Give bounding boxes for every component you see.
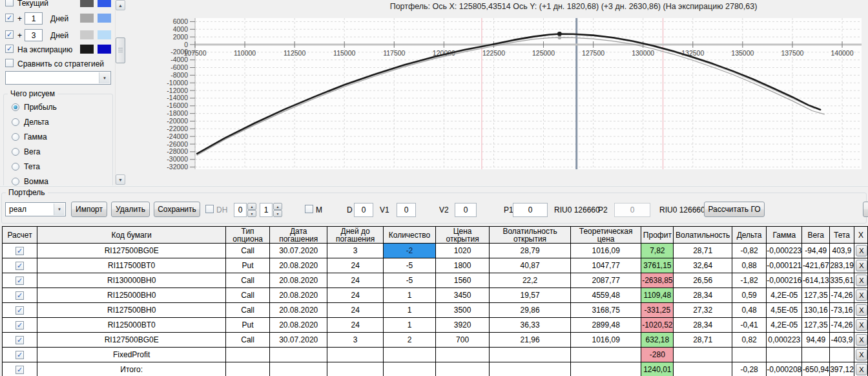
days-cell[interactable]: 24 bbox=[327, 273, 384, 288]
open-vol-cell[interactable]: 36,33 bbox=[490, 318, 571, 333]
open-vol-cell[interactable]: 21,96 bbox=[490, 333, 571, 348]
gamma-cell[interactable]: -0,000208 bbox=[767, 362, 802, 376]
code-cell[interactable]: RI125000BH0 bbox=[37, 288, 226, 303]
type-cell[interactable]: Put bbox=[226, 318, 270, 333]
gamma-cell[interactable]: 4,2E-05 bbox=[767, 288, 802, 303]
date-cell[interactable]: 20.08.2020 bbox=[270, 303, 327, 318]
type-cell[interactable]: Put bbox=[226, 258, 270, 273]
type-cell[interactable] bbox=[226, 362, 270, 376]
vega-cell[interactable]: 130,16 bbox=[802, 303, 830, 318]
days-cell[interactable]: 3 bbox=[327, 244, 384, 258]
vega-cell[interactable]: -614,13 bbox=[802, 273, 830, 288]
open-vol-cell[interactable]: 19,57 bbox=[490, 288, 571, 303]
delta-cell[interactable]: -0,28 bbox=[732, 362, 767, 376]
dh-spinner-1[interactable]: 0 ▲▼ bbox=[234, 203, 256, 217]
delta-cell[interactable]: -0,82 bbox=[732, 244, 767, 258]
row-delete-button[interactable]: Х bbox=[856, 289, 867, 301]
date-cell[interactable] bbox=[270, 362, 327, 376]
scroll-down-arrow-icon[interactable]: ▼ bbox=[116, 174, 125, 185]
radio-option-1[interactable]: Дельта bbox=[12, 117, 49, 129]
column-header[interactable]: Дельта bbox=[732, 227, 767, 244]
theor-price-cell[interactable]: 1016,09 bbox=[570, 333, 641, 348]
scrollbar-thumb[interactable] bbox=[116, 37, 125, 63]
delta-cell[interactable]: 0,88 bbox=[732, 258, 767, 273]
delta-cell[interactable]: -0,41 bbox=[732, 318, 767, 333]
type-cell[interactable]: Call bbox=[226, 288, 270, 303]
table-row[interactable]: Итого:1240,01-0,28-0,000208-650,94397,12… bbox=[3, 362, 868, 376]
row-calc-checkbox[interactable] bbox=[16, 306, 24, 315]
save-button[interactable]: Сохранить bbox=[154, 202, 200, 217]
date-cell[interactable]: 20.08.2020 bbox=[270, 273, 327, 288]
series-color-swatch[interactable] bbox=[80, 14, 94, 23]
table-row[interactable]: RI127500BG0ECall30.07.20203-2102028,7910… bbox=[3, 244, 868, 258]
series-color-swatch[interactable] bbox=[80, 45, 94, 54]
row-calc-checkbox[interactable] bbox=[16, 321, 24, 329]
theta-cell[interactable]: 403,9 bbox=[830, 244, 854, 258]
theta-cell[interactable]: -403,9 bbox=[830, 333, 854, 348]
delta-cell[interactable]: 0,59 bbox=[732, 288, 767, 303]
spinner1-value[interactable]: 0 bbox=[234, 203, 247, 217]
days-offset-input[interactable] bbox=[25, 12, 43, 25]
days-offset-input[interactable] bbox=[25, 29, 43, 41]
open-price-cell[interactable]: 1800 bbox=[436, 258, 490, 273]
delta-cell[interactable]: 0,48 bbox=[732, 303, 767, 318]
profit-cell[interactable]: -280 bbox=[641, 348, 674, 362]
cutoff-button[interactable] bbox=[863, 202, 868, 217]
open-price-cell[interactable]: 1020 bbox=[436, 244, 490, 258]
series-checkbox[interactable] bbox=[5, 59, 14, 67]
theta-cell[interactable] bbox=[830, 348, 854, 362]
chevron-down-icon[interactable]: ▼ bbox=[99, 72, 110, 83]
d-field[interactable]: 0 bbox=[354, 203, 373, 217]
theta-cell[interactable]: -74,26 bbox=[830, 288, 854, 303]
spinner-up-icon[interactable]: ▲ bbox=[273, 203, 282, 210]
gamma-cell[interactable]: -0,000216 bbox=[767, 273, 802, 288]
column-header[interactable]: Вега bbox=[802, 227, 830, 244]
gamma-cell[interactable]: 4,5E-05 bbox=[767, 303, 802, 318]
row-calc-checkbox[interactable] bbox=[16, 291, 24, 300]
row-delete-button[interactable]: Х bbox=[856, 364, 867, 375]
days-cell[interactable]: 24 bbox=[327, 318, 384, 333]
days-cell[interactable]: 3 bbox=[327, 333, 384, 348]
days-cell[interactable] bbox=[327, 348, 384, 362]
theta-cell[interactable]: -73,16 bbox=[830, 303, 854, 318]
days-cell[interactable]: 24 bbox=[327, 288, 384, 303]
column-header[interactable]: Код бумаги bbox=[37, 227, 226, 244]
scroll-up-arrow-icon[interactable]: ▲ bbox=[116, 0, 125, 10]
theta-cell[interactable]: 283,19 bbox=[830, 258, 854, 273]
table-row[interactable]: FixedProfit-280Х bbox=[3, 348, 868, 362]
payoff-chart[interactable]: 6000400020000-2000-4000-6000-8000-10000-… bbox=[127, 0, 868, 185]
date-cell[interactable]: 20.08.2020 bbox=[270, 288, 327, 303]
open-price-cell[interactable]: 3450 bbox=[436, 288, 490, 303]
type-cell[interactable] bbox=[226, 348, 270, 362]
table-row[interactable]: RI130000BH0Call20.08.202024-5156022,2208… bbox=[3, 273, 868, 288]
code-cell[interactable]: RI125000BT0 bbox=[37, 318, 226, 333]
table-row[interactable]: RI127500BH0Call20.08.2020241350029,86316… bbox=[3, 303, 868, 318]
theta-cell[interactable]: 335,61 bbox=[830, 273, 854, 288]
series-color-swatch[interactable] bbox=[98, 45, 111, 54]
column-header[interactable]: Теоретическая цена bbox=[570, 227, 641, 244]
dh-spinner-2[interactable]: 1 ▲▼ bbox=[260, 203, 282, 217]
row-calc-checkbox[interactable] bbox=[16, 366, 24, 374]
column-header[interactable]: Тип опциона bbox=[226, 227, 270, 244]
qty-cell[interactable] bbox=[383, 362, 435, 376]
table-row[interactable]: RI125000BT0Put20.08.2020241392036,332899… bbox=[3, 318, 868, 333]
column-header[interactable]: Х bbox=[854, 227, 867, 244]
date-cell[interactable]: 30.07.2020 bbox=[270, 244, 327, 258]
series-checkbox[interactable] bbox=[5, 30, 14, 39]
chevron-down-icon[interactable]: ▼ bbox=[54, 204, 65, 215]
qty-cell[interactable]: -5 bbox=[383, 258, 435, 273]
column-header[interactable]: Дата погашения bbox=[270, 227, 327, 244]
series-color-swatch[interactable] bbox=[98, 14, 111, 23]
radio-icon[interactable] bbox=[12, 148, 19, 156]
code-cell[interactable]: FixedProfit bbox=[37, 348, 226, 362]
open-vol-cell[interactable]: 28,79 bbox=[490, 244, 571, 258]
spinner-down-icon[interactable]: ▼ bbox=[247, 210, 256, 217]
horizontal-splitter[interactable] bbox=[0, 185, 868, 187]
theor-price-cell[interactable]: 4559,48 bbox=[570, 288, 641, 303]
theor-price-cell[interactable]: 1047,77 bbox=[570, 258, 641, 273]
series-color-swatch[interactable] bbox=[98, 30, 111, 39]
settings-scrollbar[interactable]: ▲ ▼ bbox=[115, 0, 126, 185]
series-checkbox[interactable] bbox=[5, 45, 14, 53]
radio-icon[interactable] bbox=[12, 133, 19, 141]
profit-cell[interactable]: 1240,01 bbox=[641, 362, 674, 376]
